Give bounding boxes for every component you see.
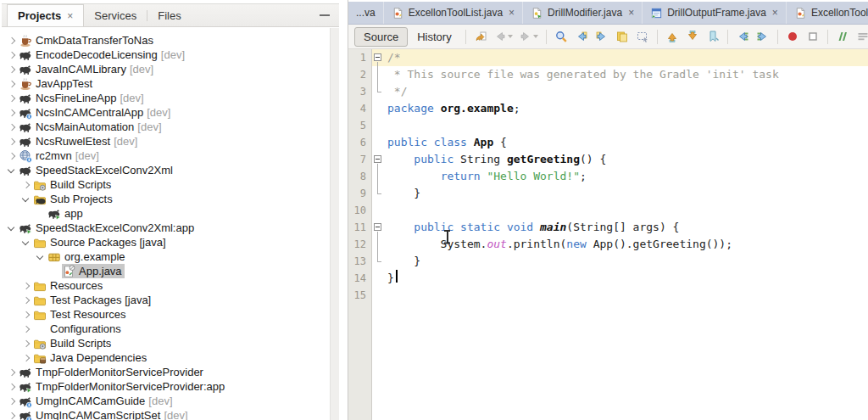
find-next-occurrence-button[interactable] (592, 26, 612, 47)
shift-line-right-button[interactable] (753, 26, 773, 47)
tree-item[interactable]: Test Packages [java] (2, 293, 330, 307)
find-previous-occurrence-button[interactable] (571, 26, 592, 47)
collapse-chevron-icon[interactable] (36, 252, 46, 262)
last-edit-location-button[interactable] (470, 26, 491, 47)
editor-tab[interactable]: DrillModifier.java× (523, 2, 643, 24)
tree-item[interactable]: App.java (2, 264, 330, 278)
collapse-chevron-icon[interactable] (21, 238, 31, 248)
expand-chevron-icon[interactable] (7, 79, 17, 89)
expand-chevron-icon[interactable] (7, 50, 17, 60)
close-icon[interactable]: × (67, 10, 73, 22)
line-number-gutter[interactable]: 123456789101112131415 (348, 49, 372, 420)
tree-item[interactable]: Configurations (2, 322, 330, 336)
expand-chevron-icon[interactable] (7, 396, 17, 406)
close-icon[interactable]: × (772, 7, 778, 19)
tab-services[interactable]: Services (84, 4, 147, 26)
tree-item[interactable]: Resources (2, 278, 330, 293)
editor-tab[interactable]: ExcellonToolList.java× (384, 2, 523, 24)
collapse-chevron-icon[interactable] (7, 165, 17, 176)
tree-item[interactable]: NcsFineLineApp[dev] (2, 91, 330, 105)
tree-item[interactable]: JavaInCAMLibrary[dev] (2, 62, 330, 76)
dropdown-caret-icon[interactable] (508, 35, 513, 38)
expand-chevron-icon[interactable] (21, 295, 31, 305)
tree-scrollbar[interactable] (330, 28, 339, 420)
code-editor-surface[interactable]: /* * This source file was generated by t… (372, 49, 868, 420)
code-fold-toggle[interactable] (374, 223, 381, 231)
tree-item[interactable]: SpeedStackExcelConv2Xml (2, 163, 330, 177)
expand-chevron-icon[interactable] (7, 64, 17, 75)
code-fold-toggle[interactable] (374, 155, 381, 163)
expand-chevron-icon[interactable] (7, 93, 17, 104)
next-bookmark-button[interactable] (682, 26, 703, 47)
tree-item[interactable]: CmkDataTransferToNas (2, 33, 330, 48)
tree-item[interactable]: EncodeDecodeLicensing[dev] (2, 48, 330, 62)
expand-chevron-icon[interactable] (21, 310, 31, 320)
source-view-button[interactable]: Source (354, 27, 408, 47)
tree-item[interactable]: JavAppTest (2, 76, 330, 91)
back-button[interactable] (491, 26, 516, 47)
start-macro-recording-button[interactable] (782, 26, 803, 47)
find-selection-button[interactable] (551, 26, 571, 47)
tree-item[interactable]: rc2mvn[dev] (2, 148, 330, 163)
tree-item[interactable]: UmgInCAMCamScriptSet[dev] (2, 408, 330, 420)
expand-chevron-icon[interactable] (7, 122, 17, 132)
shift-line-left-button[interactable] (732, 26, 753, 47)
forward-button[interactable] (516, 26, 542, 47)
close-icon[interactable]: × (628, 7, 634, 19)
expand-chevron-icon[interactable] (21, 281, 31, 291)
previous-bookmark-button[interactable] (662, 26, 682, 47)
tree-item[interactable]: NcsRuwelEtest[dev] (2, 134, 330, 148)
expand-chevron-icon[interactable] (21, 180, 31, 190)
editor-tab[interactable]: ExcellonToolList.java× (787, 2, 868, 24)
tree-item[interactable]: Source Packages [java] (2, 235, 330, 249)
tree-item[interactable]: TmpFolderMonitorServiceProvider:app (2, 379, 330, 394)
back-icon (493, 30, 507, 43)
expand-chevron-icon[interactable] (7, 36, 17, 46)
collapse-chevron-icon[interactable] (21, 194, 31, 204)
code-fold-toggle[interactable] (374, 53, 381, 61)
tree-item[interactable]: NcsMainAutomation[dev] (2, 120, 330, 134)
expand-chevron-icon[interactable] (21, 353, 31, 363)
uncomment-lines-button[interactable] (853, 26, 868, 47)
tree-item[interactable]: SpeedStackExcelConv2Xml:app (2, 221, 330, 235)
expand-chevron-icon[interactable] (7, 151, 17, 161)
expand-chevron-icon[interactable] (7, 367, 17, 378)
tree-item[interactable]: NcsInCAMCentralApp[dev] (2, 105, 330, 120)
tree-item[interactable]: Java Dependencies (2, 350, 330, 365)
expand-chevron-icon[interactable] (7, 137, 17, 147)
comment-lines-button[interactable] (832, 26, 853, 47)
tree-item[interactable]: TmpFolderMonitorServiceProvider (2, 365, 330, 379)
expand-chevron-icon[interactable] (21, 339, 31, 349)
dropdown-caret-icon[interactable] (533, 35, 538, 38)
toggle-highlight-search-icon (615, 30, 629, 43)
close-icon[interactable]: × (509, 7, 515, 19)
tab-files[interactable]: Files (147, 4, 191, 26)
expand-chevron-icon[interactable] (7, 382, 17, 392)
tree-item[interactable]: app (2, 206, 330, 221)
tree-item[interactable]: Sub Projects (2, 192, 330, 206)
rectangular-selection-button[interactable] (632, 26, 653, 47)
editor-tab[interactable]: ...va (348, 2, 384, 24)
tree-item[interactable]: Build Scripts (2, 177, 330, 192)
expand-chevron-icon[interactable] (7, 108, 17, 118)
tree-item-content: Source Packages [java] (33, 235, 169, 249)
collapse-chevron-icon[interactable] (7, 223, 17, 233)
minimize-panel-button[interactable] (319, 9, 331, 21)
tree-item[interactable]: UmgInCAMCamGuide[dev] (2, 394, 330, 408)
toggle-bookmark-button[interactable] (703, 26, 723, 47)
expand-chevron-icon[interactable] (7, 411, 17, 420)
code-token: new (566, 236, 586, 253)
toggle-highlight-search-button[interactable] (612, 26, 632, 47)
editor-tab[interactable]: DrillOutputFrame.java× (643, 2, 787, 24)
tree-item[interactable]: Test Resources (2, 307, 330, 322)
tree-item-content: Configurations (33, 322, 124, 336)
tree-item[interactable]: Build Scripts (2, 336, 330, 350)
expand-chevron-icon[interactable] (21, 324, 31, 334)
tab-projects[interactable]: Projects × (7, 4, 84, 26)
rectangular-selection-icon (636, 30, 649, 43)
tree-item[interactable]: org.example (2, 249, 330, 264)
line-number: 15 (348, 287, 371, 304)
project-tree[interactable]: CmkDataTransferToNasEncodeDecodeLicensin… (2, 28, 330, 420)
stop-macro-recording-button[interactable] (803, 26, 823, 47)
history-view-button[interactable]: History (408, 27, 460, 47)
